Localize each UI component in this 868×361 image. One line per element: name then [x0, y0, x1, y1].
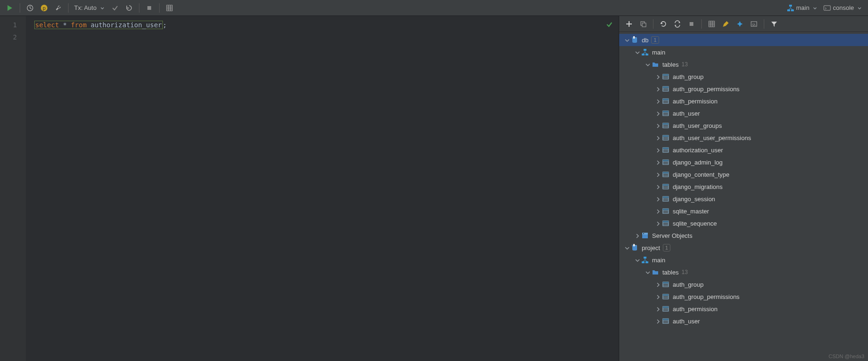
chevron-right-icon[interactable] — [654, 97, 661, 105]
tree-node-auth_group[interactable]: auth_group — [619, 278, 868, 290]
run-button[interactable] — [4, 2, 16, 14]
tree-node-project[interactable]: project1 — [619, 242, 868, 254]
database-tree[interactable]: db1maintables13auth_groupauth_group_perm… — [619, 32, 868, 361]
rollback-button[interactable] — [123, 2, 135, 14]
tree-node-django_session[interactable]: django_session — [619, 193, 868, 205]
chevron-right-icon[interactable] — [654, 158, 661, 166]
folder-icon — [651, 60, 660, 69]
chevron-down-icon[interactable] — [644, 61, 651, 68]
tree-node-auth_user_groups[interactable]: auth_user_groups — [619, 119, 868, 132]
auto-refresh-button[interactable] — [671, 18, 684, 30]
schema-dropdown[interactable]: main — [784, 3, 821, 13]
tree-node-authorization_user[interactable]: authorization_user — [619, 144, 868, 156]
explain-plan-button[interactable] — [163, 2, 176, 14]
tree-node-label: sqlite_master — [673, 208, 709, 215]
chevron-right-icon[interactable] — [654, 183, 661, 190]
identifier: authorization_user — [91, 21, 162, 29]
settings-button[interactable] — [52, 2, 64, 14]
tx-mode-label: Tx: Auto — [74, 4, 97, 11]
stop-button[interactable] — [685, 18, 698, 30]
duplicate-button[interactable] — [637, 18, 649, 30]
tx-mode-dropdown[interactable]: Tx: Auto — [71, 3, 108, 13]
edit-button[interactable] — [720, 18, 732, 30]
code-area[interactable]: select * from authorization_user; — [26, 16, 619, 361]
status-ok-icon[interactable] — [606, 21, 613, 28]
token: * — [63, 21, 67, 29]
chevron-right-icon[interactable] — [654, 134, 661, 141]
chevron-right-icon[interactable] — [654, 146, 661, 154]
database-tool-window: db1maintables13auth_groupauth_group_perm… — [619, 16, 868, 361]
separator — [653, 19, 653, 29]
chevron-right-icon[interactable] — [654, 317, 661, 325]
chevron-down-icon[interactable] — [623, 244, 630, 251]
chevron-right-icon[interactable] — [654, 122, 661, 129]
tree-node-label: django_session — [673, 196, 715, 203]
tree-node-main[interactable]: main — [619, 254, 868, 266]
tree-node-server-objects[interactable]: Server Objects — [619, 229, 868, 242]
commit-button[interactable] — [109, 2, 121, 14]
line-number: 2 — [0, 31, 25, 43]
schema-label: main — [796, 4, 809, 11]
add-datasource-button[interactable] — [623, 18, 635, 30]
tree-node-label: main — [652, 49, 665, 56]
tree-node-label: main — [652, 257, 665, 264]
tree-node-django_admin_log[interactable]: django_admin_log — [619, 156, 868, 168]
tree-node-label: django_content_type — [673, 171, 730, 178]
tree-node-auth_group[interactable]: auth_group — [619, 71, 868, 83]
chevron-right-icon[interactable] — [654, 305, 661, 313]
tree-node-django_content_type[interactable]: django_content_type — [619, 168, 868, 180]
ddl-button[interactable] — [748, 18, 760, 30]
chevron-down-icon[interactable] — [633, 256, 641, 264]
chevron-right-icon[interactable] — [654, 110, 661, 117]
chevron-down-icon[interactable] — [644, 268, 651, 276]
tree-node-sqlite_sequence[interactable]: sqlite_sequence — [619, 217, 868, 229]
tree-node-label: auth_user — [673, 110, 700, 117]
chevron-down-icon — [99, 5, 105, 11]
tree-node-label: project — [642, 244, 660, 251]
chevron-right-icon[interactable] — [654, 207, 661, 215]
chevron-right-icon[interactable] — [654, 171, 661, 178]
tree-node-tables[interactable]: tables13 — [619, 266, 868, 278]
tree-node-label: auth_group_permissions — [673, 86, 739, 93]
tree-node-auth_permission[interactable]: auth_permission — [619, 303, 868, 315]
chevron-right-icon[interactable] — [654, 220, 661, 227]
pin-button[interactable] — [734, 18, 746, 30]
sql-editor[interactable]: 1 2 select * from authorization_user; — [0, 16, 619, 361]
tree-node-sqlite_master[interactable]: sqlite_master — [619, 205, 868, 217]
tree-node-auth_user[interactable]: auth_user — [619, 315, 868, 327]
chevron-right-icon[interactable] — [654, 73, 661, 80]
chevron-right-icon[interactable] — [654, 85, 661, 93]
folder-icon — [651, 268, 660, 276]
separator — [701, 19, 702, 29]
tree-node-label: tables — [662, 61, 679, 68]
code-line[interactable]: select * from authorization_user; — [34, 19, 619, 31]
history-button[interactable] — [24, 2, 36, 14]
table-icon — [661, 305, 670, 313]
tree-node-auth_user_user_permissions[interactable]: auth_user_user_permissions — [619, 132, 868, 144]
stop-button[interactable] — [143, 2, 155, 14]
refresh-button[interactable] — [657, 18, 669, 30]
chevron-right-icon[interactable] — [654, 195, 661, 203]
filter-button[interactable] — [768, 18, 780, 30]
tree-node-db[interactable]: db1 — [619, 34, 868, 46]
pending-button[interactable] — [38, 2, 50, 14]
tree-node-auth_group_permissions[interactable]: auth_group_permissions — [619, 83, 868, 95]
table-icon — [661, 133, 670, 142]
tree-node-auth_permission[interactable]: auth_permission — [619, 95, 868, 107]
console-dropdown[interactable]: console — [821, 3, 865, 13]
schema-icon — [641, 48, 649, 56]
chevron-down-icon[interactable] — [633, 48, 641, 56]
chevron-right-icon[interactable] — [654, 281, 661, 288]
table-view-button[interactable] — [706, 18, 718, 30]
chevron-right-icon[interactable] — [654, 293, 661, 300]
tree-node-auth_group_permissions[interactable]: auth_group_permissions — [619, 290, 868, 303]
chevron-down-icon — [811, 5, 818, 11]
tree-node-auth_user[interactable]: auth_user — [619, 107, 868, 119]
tree-node-label: auth_permission — [673, 98, 717, 105]
chevron-down-icon[interactable] — [623, 36, 630, 44]
table-icon — [661, 219, 670, 228]
tree-node-tables[interactable]: tables13 — [619, 58, 868, 71]
chevron-right-icon[interactable] — [633, 232, 641, 239]
tree-node-main[interactable]: main — [619, 46, 868, 58]
tree-node-django_migrations[interactable]: django_migrations — [619, 180, 868, 193]
